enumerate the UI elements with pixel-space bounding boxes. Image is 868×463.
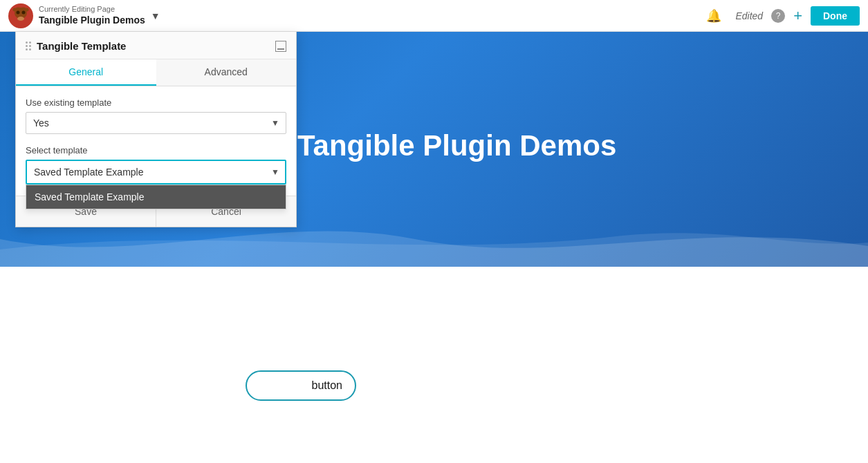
svg-point-4 xyxy=(17,17,24,21)
page-title: Tangible Plugin Demos xyxy=(39,14,145,26)
page-demo-button[interactable]: button xyxy=(246,370,356,401)
panel: Tangible Template General Advanced Use e… xyxy=(15,32,297,227)
panel-header-left: Tangible Template xyxy=(26,40,126,52)
template-dropdown-list: Saved Template Example xyxy=(26,185,286,209)
panel-tabs: General Advanced xyxy=(16,59,296,86)
help-icon[interactable]: ? xyxy=(771,9,785,23)
hero-title: Tangible Plugin Demos xyxy=(297,129,616,162)
page-demo-button-label: button xyxy=(312,379,342,392)
template-select[interactable]: Saved Template Example xyxy=(26,160,286,185)
dropdown-item-saved-template[interactable]: Saved Template Example xyxy=(26,185,286,209)
drag-handle[interactable] xyxy=(26,41,31,50)
svg-point-5 xyxy=(13,8,17,11)
use-existing-label: Use existing template xyxy=(26,97,286,108)
use-existing-select-wrapper: Yes No ▼ xyxy=(26,112,286,134)
add-button[interactable]: + xyxy=(793,7,802,25)
select-template-label: Select template xyxy=(26,145,286,155)
bell-icon[interactable]: 🔔 xyxy=(706,8,721,23)
tab-advanced[interactable]: Advanced xyxy=(156,59,297,86)
svg-point-2 xyxy=(17,10,20,14)
done-button[interactable]: Done xyxy=(811,6,860,26)
tab-general[interactable]: General xyxy=(16,59,156,86)
svg-point-3 xyxy=(22,10,26,14)
editing-label: Currently Editing Page xyxy=(39,5,145,14)
page-lower xyxy=(0,267,868,463)
svg-point-6 xyxy=(26,8,29,11)
panel-header: Tangible Template xyxy=(16,32,296,59)
panel-title: Tangible Template xyxy=(37,40,126,52)
use-existing-select[interactable]: Yes No xyxy=(26,112,286,134)
edited-status: Edited xyxy=(735,10,763,21)
topbar-chevron-icon[interactable]: ▼ xyxy=(151,10,160,21)
panel-body: Use existing template Yes No ▼ Select te… xyxy=(16,86,296,196)
template-select-wrapper: Saved Template Example ▼ Saved Template … xyxy=(26,160,286,185)
topbar-right: Edited ? + Done xyxy=(735,6,860,26)
site-logo xyxy=(8,3,33,28)
minimize-button[interactable] xyxy=(275,41,286,52)
topbar-title-group: Currently Editing Page Tangible Plugin D… xyxy=(39,5,145,26)
topbar: Currently Editing Page Tangible Plugin D… xyxy=(0,0,868,32)
